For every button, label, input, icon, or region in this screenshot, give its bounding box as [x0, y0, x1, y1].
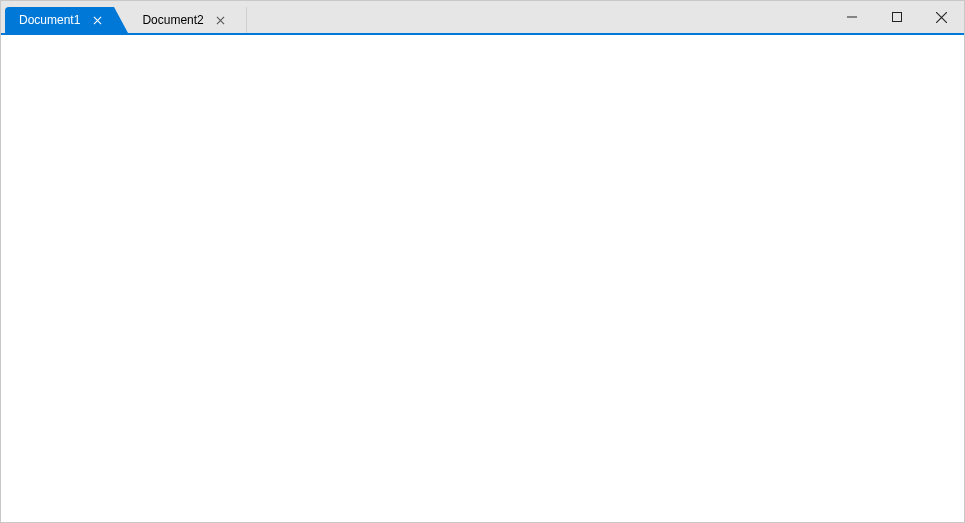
document-content-area[interactable] — [1, 35, 964, 522]
close-icon — [936, 12, 947, 23]
tab-label: Document1 — [19, 7, 80, 33]
titlebar: Document1 Document2 — [1, 1, 964, 33]
app-window: Document1 Document2 — [0, 0, 965, 523]
window-controls — [829, 1, 964, 33]
svg-rect-0 — [892, 13, 901, 22]
maximize-button[interactable] — [874, 1, 919, 33]
tab-label: Document2 — [142, 7, 203, 33]
tab-document1[interactable]: Document1 — [5, 7, 114, 33]
maximize-icon — [892, 12, 902, 22]
close-tab-icon[interactable] — [90, 13, 104, 27]
tab-strip: Document1 Document2 — [1, 1, 249, 33]
minimize-icon — [847, 12, 857, 22]
minimize-button[interactable] — [829, 1, 874, 33]
close-button[interactable] — [919, 1, 964, 33]
close-tab-icon[interactable] — [214, 13, 228, 27]
tab-document2[interactable]: Document2 — [116, 7, 246, 33]
